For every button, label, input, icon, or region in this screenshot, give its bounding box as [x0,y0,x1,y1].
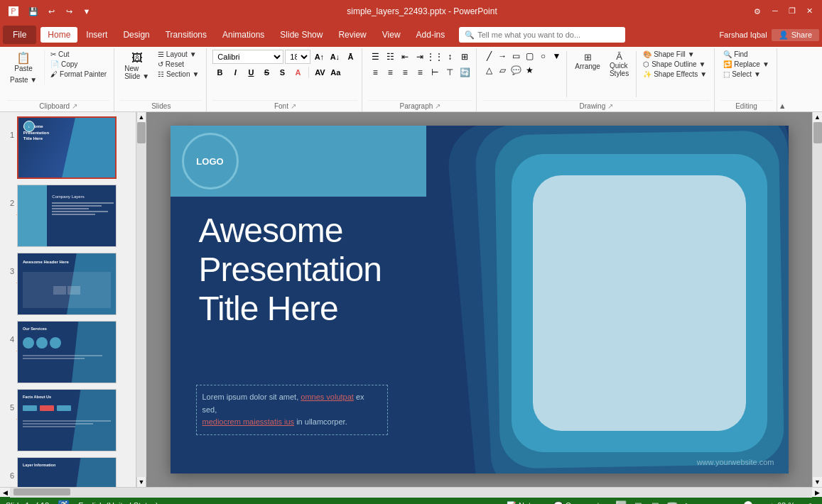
reset-button[interactable]: ↺ Reset [155,60,202,69]
bullet-list-button[interactable]: ☰ [368,50,382,64]
shadow-button[interactable]: S [275,65,289,80]
shape-oval-btn[interactable]: ○ [536,50,549,62]
redo-icon[interactable]: ↪ [61,4,77,19]
save-icon[interactable]: 💾 [26,4,41,19]
shape-parallelogram-btn[interactable]: ▱ [496,64,509,77]
decrease-font-button[interactable]: A↓ [328,50,342,64]
right-scroll-track[interactable] [813,122,823,477]
shape-outline-button[interactable]: ⬡ Shape Outline ▼ [640,60,710,69]
cut-button[interactable]: ✂ Cut [48,50,109,59]
shape-callout-btn[interactable]: 💬 [509,64,522,77]
decrease-indent-button[interactable]: ⇤ [398,50,412,64]
h-scroll-right[interactable]: ▶ [812,488,822,498]
smart-art-button[interactable]: ⊞ [458,50,472,64]
slide-canvas[interactable]: LOGO Awesome Presentation Title Here Lor… [171,126,789,473]
slide-sorter-button[interactable]: ⊞ [647,499,663,504]
font-spacing-button[interactable]: AV [313,65,327,80]
restore-button[interactable]: ❐ [785,4,799,18]
file-menu[interactable]: File [3,26,36,44]
scroll-down-arrow[interactable]: ▼ [136,477,146,487]
text-direction-button[interactable]: ⊢ [428,65,442,80]
paste-button[interactable]: 📋 Paste [9,50,38,75]
close-button[interactable]: ✕ [802,4,816,18]
layout-button[interactable]: ☰ Layout ▼ [155,50,202,59]
shape-fill-button[interactable]: 🎨 Shape Fill ▼ [640,50,710,59]
settings-icon[interactable]: ⚙ [750,4,765,19]
font-size-select[interactable]: 18 [285,50,310,64]
slideshow-menu[interactable]: Slide Show [273,27,330,43]
align-center-button[interactable]: ≡ [383,65,397,80]
ribbon-collapse-button[interactable]: ▲ [779,48,789,111]
justify-button[interactable]: ≡ [413,65,427,80]
slide-item-2[interactable]: 2 ★ Company Layers [0,183,136,248]
undo-icon[interactable]: ↩ [43,4,59,19]
slide-item-3[interactable]: 3 ★ Awesome Header Here [0,251,136,317]
align-right-button[interactable]: ≡ [398,65,412,80]
h-scroll-left[interactable]: ◀ [0,488,10,498]
copy-button[interactable]: 📄 Copy [48,60,109,69]
right-scroll-down[interactable]: ▼ [813,477,823,487]
view-menu[interactable]: View [375,27,408,43]
scroll-track[interactable] [136,122,146,477]
review-menu[interactable]: Review [331,27,373,43]
zoom-out-icon[interactable]: − [703,501,707,504]
arrange-button[interactable]: ⊞ Arrange [570,50,605,73]
slide-title[interactable]: Awesome Presentation Title Here [199,211,382,329]
shape-effects-button[interactable]: ✨ Shape Effects ▼ [640,70,710,79]
zoom-thumb[interactable] [744,501,752,504]
line-spacing-button[interactable]: ↕ [443,50,457,64]
scroll-thumb[interactable] [137,122,146,143]
reading-view-button[interactable]: 📖 [664,499,680,504]
quick-styles-button[interactable]: Ā QuickStyles [606,50,632,80]
columns-button[interactable]: ⋮⋮ [428,50,442,64]
share-button[interactable]: 👤 Share [772,29,819,41]
scroll-up-arrow[interactable]: ▲ [136,112,146,122]
shape-star-btn[interactable]: ★ [523,64,536,77]
presenter-view-button[interactable]: ▶ [681,499,697,504]
section-button[interactable]: ☷ Section ▼ [155,70,202,79]
shape-tri-btn[interactable]: △ [482,64,495,77]
italic-button[interactable]: I [228,65,242,80]
paste-dropdown[interactable]: Paste ▼ [7,75,40,84]
fit-slide-button[interactable]: ⤢ [801,499,816,504]
slide-subtitle-box[interactable]: Lorem ipsum dolor sit amet, omnes volutp… [196,385,388,435]
slide-item-5[interactable]: 5 ★ Facts About Us [0,388,136,453]
right-scroll-thumb[interactable] [813,122,822,143]
notes-button[interactable]: 📝 Notes [502,500,544,505]
design-menu[interactable]: Design [116,27,156,43]
numbered-list-button[interactable]: ☷ [383,50,397,64]
insert-menu[interactable]: Insert [79,27,114,43]
h-scroll-thumb[interactable] [13,488,70,495]
bold-button[interactable]: B [212,65,227,80]
home-menu[interactable]: Home [40,27,77,43]
addins-menu[interactable]: Add-ins [409,27,453,43]
find-button[interactable]: 🔍 Find [720,50,772,59]
shape-more-btn[interactable]: ▼ [550,50,563,62]
comments-button[interactable]: 💬 Comments [549,500,607,505]
text-align-button[interactable]: ⊤ [443,65,457,80]
normal-view-button[interactable]: ⬜ [613,499,629,504]
minimize-button[interactable]: ─ [768,4,782,18]
format-painter-button[interactable]: 🖌 Format Painter [48,70,109,79]
align-left-button[interactable]: ≡ [368,65,382,80]
new-slide-button[interactable]: 🖼 NewSlide ▼ [120,50,153,83]
convert-smartart-button[interactable]: 🔄 [458,65,472,80]
outline-view-button[interactable]: ⊟ [630,499,646,504]
font-color-button[interactable]: A [291,65,305,80]
slide-item-6[interactable]: 6 Layer Information [0,456,136,487]
shape-rounded-btn[interactable]: ▢ [523,50,536,62]
font-name-select[interactable]: Calibri [212,50,283,64]
logo-circle[interactable]: LOGO [182,133,239,190]
strikethrough-button[interactable]: S [259,65,274,80]
underline-button[interactable]: U [244,65,258,80]
transitions-menu[interactable]: Transitions [158,27,214,43]
customize-icon[interactable]: ▼ [79,4,94,19]
increase-indent-button[interactable]: ⇥ [413,50,427,64]
increase-font-button[interactable]: A↑ [312,50,326,64]
search-input[interactable] [477,31,620,39]
slide-item-1[interactable]: 1 AwesomePresentationTitle Here L [0,115,136,180]
font-extra-button[interactable]: Aa [328,65,342,80]
h-scroll-track[interactable] [10,488,812,498]
select-button[interactable]: ⬚ Select ▼ [720,70,772,79]
slide-item-4[interactable]: 4 ★ Our Services [0,319,136,385]
